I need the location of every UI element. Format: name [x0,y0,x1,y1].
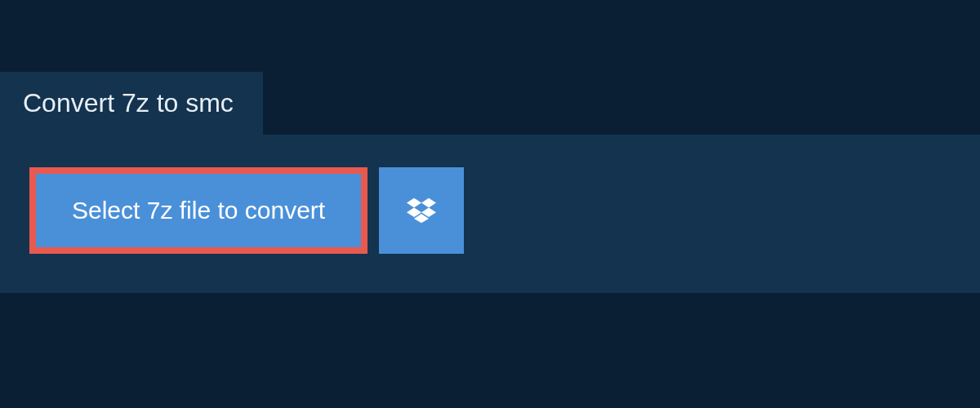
convert-panel: Select 7z file to convert [0,135,980,293]
select-file-label: Select 7z file to convert [72,197,325,224]
tab-convert[interactable]: Convert 7z to smc [0,72,263,135]
button-row: Select 7z file to convert [29,167,951,254]
dropbox-icon [407,197,436,224]
tab-bar: Convert 7z to smc [0,0,980,135]
select-file-button[interactable]: Select 7z file to convert [29,167,368,254]
tab-title: Convert 7z to smc [23,88,234,118]
dropbox-button[interactable] [379,167,464,254]
